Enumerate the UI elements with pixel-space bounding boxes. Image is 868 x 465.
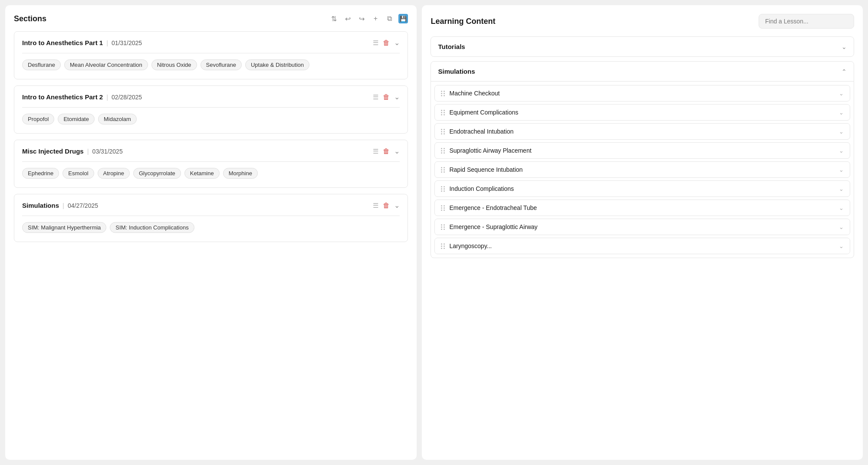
- section-card: Intro to Anesthetics Part 2 | 02/28/2025…: [14, 85, 408, 134]
- section-title-row: Simulations | 04/27/2025: [22, 202, 98, 209]
- section-date: 04/27/2025: [68, 202, 98, 209]
- section-separator: [22, 161, 400, 162]
- edit-icon[interactable]: ☰: [373, 93, 378, 101]
- tag: Sevoflurane: [201, 59, 242, 70]
- section-chevron[interactable]: ⌄: [394, 147, 400, 155]
- edit-icon[interactable]: ☰: [373, 147, 378, 155]
- sim-item-left: Laryngoscopy...: [441, 242, 492, 249]
- section-title: Intro to Anesthetics Part 2: [22, 93, 103, 101]
- section-date: 02/28/2025: [112, 94, 142, 101]
- tag: SIM: Malignant Hyperthermia: [22, 222, 106, 233]
- sim-item[interactable]: Rapid Sequence Intubation ⌄: [434, 161, 850, 178]
- tag: Nitrous Oxide: [151, 59, 197, 70]
- section-title: Simulations: [22, 202, 59, 209]
- sim-item-chevron: ⌄: [839, 90, 844, 97]
- section-card: Intro to Anesthetics Part 1 | 01/31/2025…: [14, 31, 408, 79]
- section-chevron[interactable]: ⌄: [394, 39, 400, 47]
- sim-item-chevron: ⌄: [839, 205, 844, 211]
- sim-item-label: Induction Complications: [449, 185, 514, 192]
- edit-icon[interactable]: ☰: [373, 202, 378, 210]
- sim-item-label: Machine Checkout: [449, 90, 500, 97]
- tag: Etomidate: [58, 114, 95, 124]
- tag: Propofol: [22, 114, 54, 124]
- sim-item[interactable]: Induction Complications ⌄: [434, 180, 850, 197]
- left-panel: Sections ⇅ ↩ ↪ + ⧉ 💾 Intro to Anesthetic…: [5, 5, 417, 460]
- sim-item-chevron: ⌄: [839, 128, 844, 135]
- sim-item[interactable]: Laryngoscopy... ⌄: [434, 238, 850, 254]
- sim-items-container: Machine Checkout ⌄ Equipment Complicatio…: [431, 82, 854, 258]
- tag: Morphine: [223, 168, 258, 179]
- sim-item-chevron: ⌄: [839, 167, 844, 173]
- section-title: Misc Injected Drugs: [22, 147, 84, 155]
- tutorials-title: Tutorials: [438, 43, 465, 50]
- sim-item-left: Emergence - Supraglottic Airway: [441, 223, 537, 230]
- section-chevron[interactable]: ⌄: [394, 93, 400, 101]
- sim-item-chevron: ⌄: [839, 147, 844, 154]
- main-container: Sections ⇅ ↩ ↪ + ⧉ 💾 Intro to Anesthetic…: [0, 0, 868, 465]
- tag: Midazolam: [98, 114, 137, 124]
- edit-icon[interactable]: ☰: [373, 39, 378, 47]
- section-header: Intro to Anesthetics Part 2 | 02/28/2025…: [22, 93, 400, 101]
- simulations-outer: Simulations ⌃ Machine Checkout ⌄: [431, 61, 854, 258]
- sim-item-chevron: ⌄: [839, 186, 844, 192]
- redo-icon[interactable]: ↪: [357, 14, 366, 23]
- sim-item[interactable]: Endotracheal Intubation ⌄: [434, 123, 850, 140]
- sim-item-chevron: ⌄: [839, 243, 844, 249]
- save-icon[interactable]: 💾: [398, 14, 408, 23]
- sim-item[interactable]: Equipment Complications ⌄: [434, 104, 850, 121]
- sections-header: Sections ⇅ ↩ ↪ + ⧉ 💾: [14, 14, 408, 23]
- sim-item-label: Emergence - Endotracheal Tube: [449, 204, 537, 211]
- copy-icon[interactable]: ⧉: [385, 14, 394, 23]
- section-divider: |: [62, 202, 64, 209]
- undo-icon[interactable]: ↩: [343, 14, 352, 23]
- tag: Mean Alveolar Concentration: [64, 59, 148, 70]
- delete-icon[interactable]: 🗑: [383, 93, 390, 101]
- section-divider: |: [87, 147, 89, 155]
- delete-icon[interactable]: 🗑: [383, 147, 390, 155]
- section-header: Intro to Anesthetics Part 1 | 01/31/2025…: [22, 39, 400, 47]
- section-title-row: Intro to Anesthetics Part 1 | 01/31/2025: [22, 39, 142, 46]
- section-card: Simulations | 04/27/2025 ☰ 🗑 ⌄ SIM: Mali…: [14, 194, 408, 242]
- sim-item-left: Endotracheal Intubation: [441, 128, 513, 135]
- section-chevron[interactable]: ⌄: [394, 201, 400, 210]
- drag-handle-icon[interactable]: [441, 243, 445, 249]
- delete-icon[interactable]: 🗑: [383, 39, 390, 47]
- sim-item[interactable]: Emergence - Endotracheal Tube ⌄: [434, 200, 850, 216]
- section-date: 01/31/2025: [112, 39, 142, 46]
- sim-item-chevron: ⌄: [839, 109, 844, 116]
- drag-handle-icon[interactable]: [441, 148, 445, 154]
- sim-item-left: Supraglottic Airway Placement: [441, 147, 531, 154]
- add-icon[interactable]: +: [371, 14, 380, 23]
- drag-handle-icon[interactable]: [441, 91, 445, 96]
- tags-container: PropofolEtomidateMidazolam: [22, 114, 400, 124]
- tag: Ephedrine: [22, 168, 59, 179]
- drag-handle-icon[interactable]: [441, 167, 445, 173]
- simulations-header[interactable]: Simulations ⌃: [431, 62, 854, 82]
- sim-item-label: Endotracheal Intubation: [449, 128, 513, 135]
- tag: Ketamine: [184, 168, 220, 179]
- section-actions: ☰ 🗑 ⌄: [373, 201, 400, 210]
- sim-item-left: Induction Complications: [441, 185, 514, 192]
- drag-handle-icon[interactable]: [441, 129, 445, 134]
- drag-handle-icon[interactable]: [441, 186, 445, 192]
- tag: Uptake & Distribution: [245, 59, 309, 70]
- sections-list: Intro to Anesthetics Part 1 | 01/31/2025…: [14, 31, 408, 242]
- sim-item[interactable]: Machine Checkout ⌄: [434, 85, 850, 102]
- sim-item-label: Equipment Complications: [449, 109, 518, 116]
- sim-item[interactable]: Emergence - Supraglottic Airway ⌄: [434, 219, 850, 235]
- delete-icon[interactable]: 🗑: [383, 202, 390, 210]
- tags-container: SIM: Malignant HyperthermiaSIM: Inductio…: [22, 222, 400, 233]
- tag: Atropine: [98, 168, 130, 179]
- tutorials-header[interactable]: Tutorials ⌄: [431, 37, 854, 56]
- drag-handle-icon[interactable]: [441, 110, 445, 115]
- sim-item[interactable]: Supraglottic Airway Placement ⌄: [434, 142, 850, 159]
- sim-item-label: Supraglottic Airway Placement: [449, 147, 531, 154]
- search-input[interactable]: [759, 14, 854, 29]
- sort-icon[interactable]: ⇅: [329, 14, 339, 23]
- sim-item-label: Emergence - Supraglottic Airway: [449, 223, 537, 230]
- drag-handle-icon[interactable]: [441, 205, 445, 211]
- simulations-chevron: ⌃: [842, 68, 847, 75]
- drag-handle-icon[interactable]: [441, 224, 445, 230]
- sections-title: Sections: [14, 14, 46, 23]
- toolbar: ⇅ ↩ ↪ + ⧉ 💾: [329, 14, 408, 23]
